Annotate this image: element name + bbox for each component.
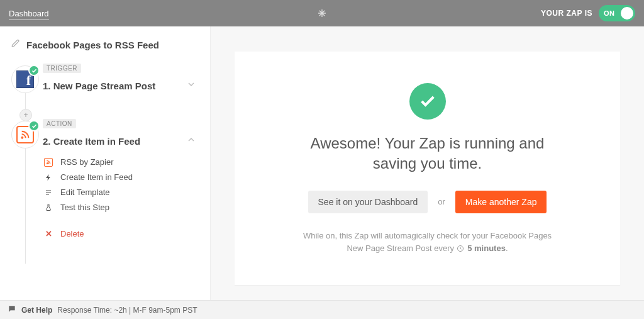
- interval: 5 minutes: [467, 243, 506, 253]
- zapier-logo: [317, 8, 327, 18]
- step-tag: TRIGGER: [43, 64, 81, 73]
- step-title: 1. New Page Stream Post: [43, 81, 155, 91]
- substep-label: RSS by Zapier: [60, 157, 114, 167]
- flask-icon: [44, 204, 53, 211]
- delete-step[interactable]: ✕ Delete: [44, 229, 199, 238]
- substep-label: Edit Template: [60, 187, 110, 197]
- response-time: Response Time: ~2h | M-F 9am-5pm PST: [57, 306, 197, 315]
- substep-test[interactable]: Test this Step: [44, 203, 199, 212]
- delete-label: Delete: [60, 229, 84, 238]
- toggle-knob: [621, 7, 633, 20]
- substep-app[interactable]: RSS by Zapier: [44, 157, 199, 167]
- chat-icon: [8, 305, 16, 315]
- explain-suffix: .: [506, 243, 508, 253]
- step-trigger[interactable]: TRIGGER 1. New Page Stream Post: [43, 62, 199, 94]
- success-check-icon: [409, 83, 446, 120]
- check-icon: [28, 120, 40, 132]
- get-help-link[interactable]: Get Help: [21, 306, 52, 315]
- success-panel: Awesome! Your Zap is running and saving …: [235, 52, 620, 285]
- zap-title[interactable]: Facebook Pages to RSS Feed: [26, 40, 159, 50]
- or-text: or: [438, 197, 445, 206]
- zapier-star-icon: [317, 8, 327, 18]
- see-dashboard-button[interactable]: See it on your Dashboard: [308, 191, 428, 213]
- help-footer: Get Help Response Time: ~2h | M-F 9am-5p…: [0, 300, 644, 319]
- add-step-button[interactable]: +: [19, 109, 32, 121]
- editor-sidebar: Facebook Pages to RSS Feed + TRIGGER 1. …: [0, 26, 211, 300]
- step-connector-line: [25, 81, 26, 264]
- explain-prefix: While on, this Zap will automagically ch…: [303, 231, 552, 253]
- substep-action[interactable]: Create Item in Feed: [44, 172, 199, 182]
- step-node-facebook: [11, 65, 39, 93]
- zap-on-toggle[interactable]: ON: [599, 5, 635, 21]
- headline: Awesome! Your Zap is running and saving …: [296, 133, 560, 174]
- make-another-zap-button[interactable]: Make another Zap: [455, 191, 547, 213]
- zap-status-label: YOUR ZAP IS: [541, 9, 592, 18]
- chevron-down-icon[interactable]: [184, 77, 199, 94]
- step-title: 2. Create Item in Feed: [43, 136, 140, 147]
- pencil-icon[interactable]: [11, 39, 20, 50]
- rss-mini-icon: [44, 158, 53, 167]
- clock-icon: [457, 243, 464, 256]
- check-icon: [28, 65, 40, 76]
- step-tag: ACTION: [43, 119, 76, 128]
- svg-point-0: [21, 137, 23, 138]
- toggle-label: ON: [599, 9, 615, 17]
- main-area: Awesome! Your Zap is running and saving …: [211, 26, 644, 300]
- step-action[interactable]: ACTION 2. Create Item in Feed RSS by Zap…: [43, 117, 199, 238]
- bolt-icon: [44, 174, 53, 181]
- explain-text: While on, this Zap will automagically ch…: [296, 230, 560, 256]
- chevron-up-icon[interactable]: [184, 132, 199, 150]
- substep-label: Test this Step: [60, 203, 109, 212]
- top-bar: Dashboard YOUR ZAP IS ON: [0, 0, 644, 26]
- list-icon: [44, 189, 53, 196]
- substep-label: Create Item in Feed: [60, 172, 133, 182]
- close-icon: ✕: [44, 229, 53, 238]
- svg-point-1: [47, 163, 48, 164]
- substep-template[interactable]: Edit Template: [44, 187, 199, 197]
- dashboard-link[interactable]: Dashboard: [9, 9, 49, 20]
- step-node-rss: [11, 121, 39, 148]
